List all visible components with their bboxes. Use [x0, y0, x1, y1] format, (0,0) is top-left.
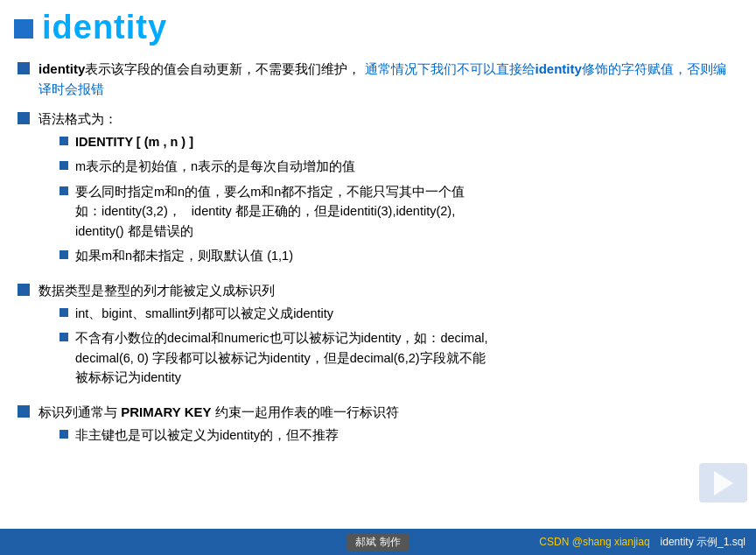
author-label: 郝斌 制作: [346, 533, 409, 551]
sub-3: 要么同时指定m和n的值，要么m和n都不指定，不能只写其中一个值 如：identi…: [60, 182, 735, 241]
bullet-3-icon: [18, 284, 30, 296]
content-area: identity表示该字段的值会自动更新，不需要我们维护， 通常情况下我们不可以…: [0, 53, 756, 450]
sub-4-icon: [60, 250, 68, 259]
sub-5-icon: [60, 308, 68, 317]
bullet-3: 数据类型是整型的列才能被定义成标识列 int、bigint、smallint列都…: [18, 280, 735, 393]
bullet-2-subs: IDENTITY [ (m , n ) ] m表示的是初始值，n表示的是每次自动…: [60, 132, 735, 266]
sub-5: int、bigint、smallint列都可以被定义成identity: [60, 304, 735, 323]
bullet-1-text: identity表示该字段的值会自动更新，不需要我们维护， 通常情况下我们不可以…: [38, 59, 735, 100]
sub-7: 非主键也是可以被定义为identity的，但不推荐: [60, 425, 735, 445]
sub-2-icon: [60, 161, 68, 170]
bullet-1: identity表示该字段的值会自动更新，不需要我们维护， 通常情况下我们不可以…: [18, 59, 735, 100]
bullet-2: 语法格式为： IDENTITY [ (m , n ) ] m表示的是初始值，n表…: [18, 109, 735, 271]
bottom-bar: 郝斌 制作 CSDN @shang xianjiaq identity 示例_1…: [0, 529, 756, 555]
sub-4-text: 如果m和n都未指定，则取默认值 (1,1): [75, 246, 735, 265]
sub-3-icon: [60, 186, 68, 195]
sub-6-icon: [60, 333, 68, 341]
sub-2-text: m表示的是初始值，n表示的是每次自动增加的值: [75, 157, 735, 176]
slide-container: identity identity表示该字段的值会自动更新，不需要我们维护， 通…: [0, 0, 756, 555]
sub-5-text: int、bigint、smallint列都可以被定义成identity: [75, 304, 735, 323]
bullet-4: 标识列通常与 PRIMARY KEY 约束一起用作表的唯一行标识符 非主键也是可…: [18, 402, 735, 451]
csdn-label: CSDN @shang xianjiaq: [539, 536, 649, 548]
sub-6-text: 不含有小数位的decimal和numeric也可以被标记为identity，如：…: [75, 328, 735, 387]
bullet-2-icon: [18, 112, 30, 124]
title-square-icon: [14, 19, 33, 39]
sub-1-icon: [60, 137, 68, 145]
sub-6: 不含有小数位的decimal和numeric也可以被标记为identity，如：…: [60, 328, 735, 387]
bullet-4-text: 标识列通常与 PRIMARY KEY 约束一起用作表的唯一行标识符: [38, 402, 735, 422]
bullet-3-text: 数据类型是整型的列才能被定义成标识列: [38, 280, 735, 300]
bullet-1-icon: [18, 62, 30, 74]
title-area: identity: [0, 0, 756, 53]
bullet-4-icon: [18, 405, 30, 418]
sub-7-icon: [60, 430, 68, 439]
play-button-area[interactable]: [699, 463, 747, 502]
play-icon: [714, 471, 733, 495]
filename-label: identity 示例_1.sql: [661, 535, 746, 550]
bullet-4-subs: 非主键也是可以被定义为identity的，但不推荐: [60, 425, 735, 445]
sub-1: IDENTITY [ (m , n ) ]: [60, 132, 735, 151]
sub-4: 如果m和n都未指定，则取默认值 (1,1): [60, 246, 735, 265]
sub-7-text: 非主键也是可以被定义为identity的，但不推荐: [75, 425, 735, 445]
sub-2: m表示的是初始值，n表示的是每次自动增加的值: [60, 157, 735, 176]
sub-3-text: 要么同时指定m和n的值，要么m和n都不指定，不能只写其中一个值 如：identi…: [75, 182, 735, 241]
page-title: identity: [42, 9, 167, 46]
sub-1-text: IDENTITY [ (m , n ) ]: [75, 132, 735, 151]
bullet-2-text: 语法格式为：: [38, 109, 735, 129]
bullet-3-subs: int、bigint、smallint列都可以被定义成identity 不含有小…: [60, 304, 735, 388]
